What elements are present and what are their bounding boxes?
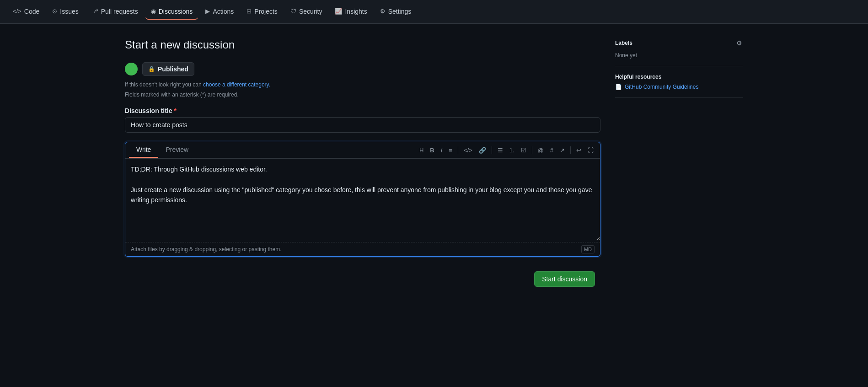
helpful-resources-title: Helpful resources <box>615 74 743 80</box>
lock-icon: 🔒 <box>148 66 155 72</box>
discussion-title-input[interactable] <box>125 117 600 133</box>
nav-item-pull-requests[interactable]: ⎇ Pull requests <box>86 4 144 20</box>
editor-container: Write Preview H B I ≡ </> 🔗 ☰ 1. ☑ @ <box>125 142 600 257</box>
category-selector: 🔒 Published <box>125 62 600 76</box>
start-discussion-button[interactable]: Start discussion <box>534 271 595 287</box>
page-title: Start a new discussion <box>125 38 600 51</box>
nav-label-discussions: Discussions <box>159 8 193 15</box>
settings-icon: ⚙ <box>380 8 386 15</box>
nav-label-actions: Actions <box>213 8 234 15</box>
nav-label-security: Security <box>299 8 322 15</box>
sidebar-labels-section: Labels ⚙ None yet <box>615 38 743 66</box>
editor-toolbar: H B I ≡ </> 🔗 ☰ 1. ☑ @ # ↗ ↩ <box>417 144 596 157</box>
nav-item-projects[interactable]: ⊞ Projects <box>241 4 283 20</box>
code-icon: </> <box>13 8 21 15</box>
nav-label-code: Code <box>24 8 39 15</box>
toolbar-italic-btn[interactable]: I <box>438 145 445 155</box>
nav-item-discussions[interactable]: ◉ Discussions <box>145 4 198 20</box>
community-guidelines-label: GitHub Community Guidelines <box>625 84 698 90</box>
tab-preview[interactable]: Preview <box>158 142 196 158</box>
editor-footer: Attach files by dragging & dropping, sel… <box>125 242 600 256</box>
editor-tabs: Write Preview H B I ≡ </> 🔗 ☰ 1. ☑ @ <box>125 142 600 158</box>
sidebar-labels-title: Labels <box>615 40 632 46</box>
pull-requests-icon: ⎇ <box>91 8 98 15</box>
projects-icon: ⊞ <box>246 8 252 15</box>
nav-item-insights[interactable]: 📈 Insights <box>329 4 372 20</box>
toolbar-fullscreen-btn[interactable]: ⛶ <box>585 145 596 155</box>
nav-label-issues: Issues <box>60 8 78 15</box>
toolbar-ref-btn[interactable]: # <box>547 145 556 155</box>
toolbar-ordered-list-btn[interactable]: 1. <box>507 145 517 155</box>
required-note: Fields marked with an asterisk (*) are r… <box>125 91 600 98</box>
sidebar-resources-section: Helpful resources 📄 GitHub Community Gui… <box>615 74 743 98</box>
toolbar-code-btn[interactable]: </> <box>461 145 475 155</box>
toolbar-link-btn[interactable]: 🔗 <box>476 145 489 155</box>
editor-tab-group: Write Preview <box>129 142 196 158</box>
actions-icon: ▶ <box>205 8 210 15</box>
doc-icon: 📄 <box>615 84 622 90</box>
nav-item-actions[interactable]: ▶ Actions <box>200 4 239 20</box>
category-dot <box>125 63 138 75</box>
community-guidelines-link[interactable]: 📄 GitHub Community Guidelines <box>615 84 743 90</box>
issues-icon: ⊙ <box>52 8 57 15</box>
toolbar-bold-btn[interactable]: B <box>427 145 437 155</box>
toolbar-unordered-list-btn[interactable]: ☰ <box>495 145 506 155</box>
labels-gear-button[interactable]: ⚙ <box>735 38 743 48</box>
nav-item-code[interactable]: </> Code <box>7 4 45 20</box>
editor-textarea[interactable]: TD;DR: Through GitHub discussions web ed… <box>125 158 600 241</box>
toolbar-heading-btn[interactable]: H <box>417 145 426 155</box>
page-layout: Start a new discussion 🔒 Published If th… <box>114 24 754 307</box>
security-icon: 🛡 <box>290 8 296 15</box>
nav-label-insights: Insights <box>345 8 367 15</box>
discussion-title-label: Discussion title * <box>125 107 600 114</box>
nav-label-projects: Projects <box>254 8 278 15</box>
markdown-icon: MD <box>581 245 595 253</box>
toolbar-mention-btn[interactable]: @ <box>535 145 547 155</box>
attach-text: Attach files by dragging & dropping, sel… <box>131 246 282 253</box>
sidebar: Labels ⚙ None yet Helpful resources 📄 Gi… <box>615 38 743 292</box>
toolbar-quote-btn[interactable]: ≡ <box>446 145 455 155</box>
tab-write[interactable]: Write <box>129 142 158 158</box>
submit-row: Start discussion <box>125 266 600 292</box>
toolbar-divider-4 <box>570 146 571 154</box>
nav-label-pull-requests: Pull requests <box>101 8 138 15</box>
main-content: Start a new discussion 🔒 Published If th… <box>125 38 600 292</box>
insights-icon: 📈 <box>335 8 342 15</box>
category-name: Published <box>158 65 188 73</box>
toolbar-divider-2 <box>492 146 492 154</box>
toolbar-divider-3 <box>532 146 532 154</box>
toolbar-undo-btn[interactable]: ↩ <box>573 145 584 155</box>
helper-text: If this doesn't look right you can choos… <box>125 81 600 88</box>
nav-item-security[interactable]: 🛡 Security <box>285 4 328 20</box>
toolbar-divider-1 <box>458 146 458 154</box>
nav-label-settings: Settings <box>388 8 412 15</box>
labels-none-yet: None yet <box>615 52 637 59</box>
nav-item-settings[interactable]: ⚙ Settings <box>375 4 417 20</box>
toolbar-task-list-btn[interactable]: ☑ <box>518 145 529 155</box>
nav-item-issues[interactable]: ⊙ Issues <box>47 4 84 20</box>
required-star: * <box>174 107 176 114</box>
sidebar-labels-header: Labels ⚙ <box>615 38 743 48</box>
choose-category-link[interactable]: choose a different category. <box>203 81 270 88</box>
top-navigation: </> Code ⊙ Issues ⎇ Pull requests ◉ Disc… <box>0 0 868 24</box>
category-button[interactable]: 🔒 Published <box>142 62 194 76</box>
discussions-icon: ◉ <box>151 8 156 15</box>
toolbar-cross-ref-btn[interactable]: ↗ <box>557 145 568 155</box>
